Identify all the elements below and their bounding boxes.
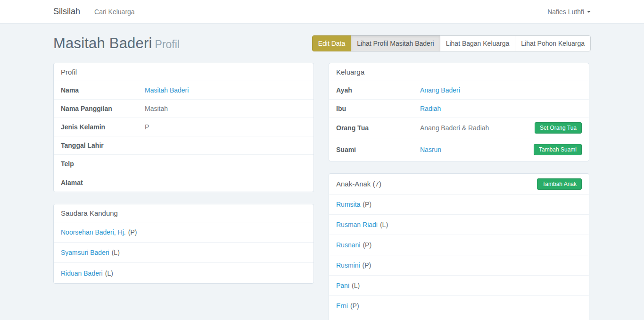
tambah-anak-button[interactable]: Tambah Anak <box>537 178 582 190</box>
field-value: P <box>145 123 306 131</box>
list-item: Rusman Riadi (L) <box>329 215 589 235</box>
view-family-chart-button[interactable]: Lihat Bagan Keluarga <box>440 35 516 51</box>
nama-link[interactable]: Masitah Baderi <box>145 86 306 94</box>
list-item: Pani (L) <box>329 276 589 296</box>
gender-label: (P) <box>350 302 359 310</box>
field-label: Nama <box>61 86 145 94</box>
gender-label: (P) <box>363 201 372 208</box>
view-profile-button[interactable]: Lihat Profil Masitah Baderi <box>351 35 440 51</box>
saudara-panel-heading: Saudara Kandung <box>54 204 314 222</box>
list-item: Syamsuri Baderi (L) <box>54 243 314 263</box>
page-subtitle: Profil <box>155 38 180 51</box>
child-link[interactable]: Erni <box>336 302 348 310</box>
child-link[interactable]: Pani <box>336 282 349 289</box>
child-link[interactable]: Rusmini <box>336 261 360 269</box>
gender-label: (P) <box>128 228 137 236</box>
anak-heading-label: Anak-Anak (7) <box>336 180 381 188</box>
table-row: Telp <box>54 155 314 173</box>
view-family-tree-button[interactable]: Lihat Pohon Keluarga <box>515 35 591 51</box>
gender-label: (L) <box>380 221 388 228</box>
gender-label: (L) <box>352 282 360 289</box>
user-dropdown[interactable]: Nafies Luthfi <box>547 8 591 16</box>
profile-actions-group: Edit Data Lihat Profil Masitah Baderi Li… <box>312 35 591 51</box>
child-link[interactable]: Rusnani <box>336 241 360 249</box>
tambah-suami-button[interactable]: Tambah Suami <box>534 144 582 155</box>
suami-link[interactable]: Nasrun <box>420 146 441 153</box>
list-item: Riduan Baderi (L) <box>54 263 314 283</box>
field-label: Orang Tua <box>336 124 420 132</box>
child-link[interactable]: Rusman Riadi <box>336 221 378 228</box>
page-title: Masitah Baderi <box>53 35 152 51</box>
list-item: Rusmini (P) <box>329 255 589 276</box>
sibling-link[interactable]: Syamsuri Baderi <box>61 249 109 256</box>
set-orang-tua-button[interactable]: Set Orang Tua <box>535 122 582 134</box>
table-row: Ibu Radiah <box>329 100 589 118</box>
table-row: Alamat <box>54 173 314 192</box>
anak-anak-panel: Anak-Anak (7) Tambah Anak Rumsita (P) Ru… <box>329 173 589 320</box>
field-label: Suami <box>336 146 420 153</box>
field-label: Telp <box>61 160 145 168</box>
keluarga-panel-heading: Keluarga <box>329 63 589 81</box>
keluarga-panel: Keluarga Ayah Anang Baderi Ibu Radiah Or… <box>329 63 589 161</box>
ayah-link[interactable]: Anang Baderi <box>420 86 582 94</box>
list-item: Rumsita (P) <box>329 194 589 215</box>
list-item: Noorsehan Baderi, Hj. (P) <box>54 222 314 243</box>
saudara-heading-label: Saudara Kandung <box>61 209 118 217</box>
profil-heading-label: Profil <box>61 68 77 76</box>
field-label: Alamat <box>61 179 145 186</box>
table-row: Jenis Kelamin P <box>54 118 314 136</box>
field-label: Ayah <box>336 86 420 94</box>
list-item <box>329 316 589 320</box>
brand-link[interactable]: Silsilah <box>53 7 80 17</box>
chevron-down-icon <box>587 11 591 13</box>
anak-panel-heading: Anak-Anak (7) Tambah Anak <box>329 174 589 194</box>
ibu-link[interactable]: Radiah <box>420 105 582 112</box>
sibling-link[interactable]: Noorsehan Baderi, Hj. <box>61 228 126 236</box>
list-item: Erni (P) <box>329 296 589 316</box>
gender-label: (L) <box>105 269 113 277</box>
field-value: Anang Baderi & Radiah <box>420 124 535 132</box>
profil-panel-heading: Profil <box>54 63 314 81</box>
nav-cari-keluarga[interactable]: Cari Keluarga <box>94 8 135 16</box>
gender-label: (L) <box>112 249 120 256</box>
table-row: Nama Masitah Baderi <box>54 81 314 100</box>
table-row: Ayah Anang Baderi <box>329 81 589 100</box>
table-row: Suami Nasrun Tambah Suami <box>329 138 589 161</box>
page-title-block: Masitah BaderiProfil <box>53 35 180 52</box>
table-row: Orang Tua Anang Baderi & Radiah Set Oran… <box>329 118 589 138</box>
field-label: Nama Panggilan <box>61 105 145 112</box>
field-label: Tanggal Lahir <box>61 142 145 149</box>
sibling-link[interactable]: Riduan Baderi <box>61 269 103 277</box>
edit-data-button[interactable]: Edit Data <box>312 35 352 51</box>
profil-panel: Profil Nama Masitah Baderi Nama Panggila… <box>53 63 314 192</box>
child-link[interactable]: Rumsita <box>336 201 360 208</box>
user-name: Nafies Luthfi <box>547 8 584 16</box>
table-row: Tanggal Lahir <box>54 136 314 155</box>
field-label: Jenis Kelamin <box>61 123 145 131</box>
field-label: Ibu <box>336 105 420 112</box>
saudara-kandung-panel: Saudara Kandung Noorsehan Baderi, Hj. (P… <box>53 204 314 284</box>
top-navbar: Silsilah Cari Keluarga Nafies Luthfi <box>0 0 644 24</box>
gender-label: (P) <box>363 241 372 249</box>
list-item: Rusnani (P) <box>329 235 589 255</box>
field-value: Masitah <box>145 105 306 112</box>
table-row: Nama Panggilan Masitah <box>54 100 314 118</box>
gender-label: (P) <box>363 261 372 269</box>
keluarga-heading-label: Keluarga <box>336 68 364 76</box>
